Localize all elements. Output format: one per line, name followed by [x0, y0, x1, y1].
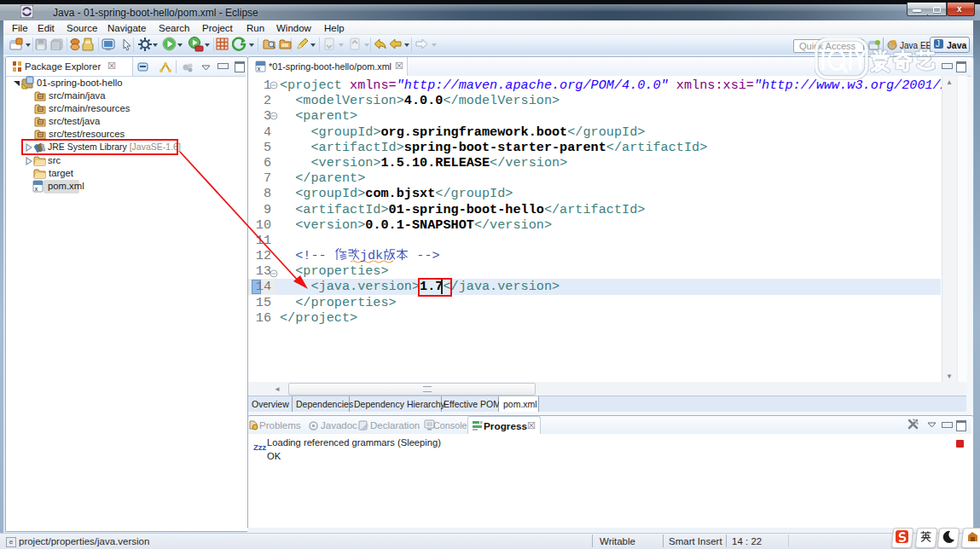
svg-text:x: x: [35, 186, 38, 192]
svg-text:J: J: [936, 39, 940, 49]
svg-text:x: x: [258, 66, 261, 72]
